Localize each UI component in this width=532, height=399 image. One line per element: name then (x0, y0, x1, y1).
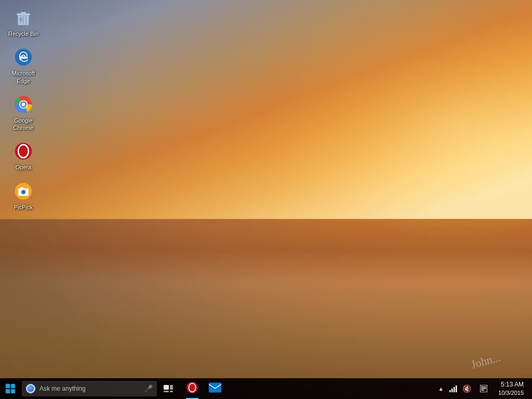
opera-label: Opera (16, 164, 32, 171)
svg-rect-34 (456, 385, 457, 392)
recycle-bin-label: Recycle Bin (8, 30, 38, 37)
volume-tray-icon[interactable]: 🔇 (460, 378, 473, 399)
svg-rect-31 (449, 390, 451, 392)
opera-icon[interactable]: Opera (3, 139, 44, 173)
svg-rect-23 (164, 385, 169, 390)
clock-date: 10/3/2015 (498, 389, 524, 396)
svg-rect-24 (170, 385, 173, 390)
task-view-button[interactable] (158, 378, 179, 399)
svg-rect-30 (209, 382, 221, 392)
search-bar[interactable]: Ask me anything 🎤 (22, 381, 157, 396)
recycle-bin-icon[interactable]: ♻ Recycle Bin (3, 5, 44, 39)
microphone-icon: 🎤 (144, 384, 153, 393)
svg-rect-37 (481, 388, 486, 389)
google-chrome-label: Google Chrome (5, 117, 42, 132)
desktop: ♻ Recycle Bin e Microsoft Edge (0, 0, 532, 399)
system-tray: ▲ 🔇 (436, 378, 532, 399)
search-placeholder: Ask me anything (39, 385, 142, 392)
taskbar-mail-icon (209, 382, 221, 395)
svg-text:♻: ♻ (19, 17, 23, 22)
taskbar-mail-button[interactable] (204, 378, 227, 399)
clock-time: 5:13 AM (501, 381, 524, 389)
svg-rect-33 (454, 387, 455, 392)
taskbar-opera-icon (186, 381, 198, 396)
show-hidden-icons-button[interactable]: ▲ (436, 378, 446, 399)
taskbar-opera-button[interactable] (181, 378, 204, 399)
cortana-icon (26, 384, 35, 393)
start-button[interactable] (0, 378, 21, 399)
svg-point-12 (21, 102, 25, 106)
task-view-icon (164, 385, 173, 392)
svg-line-5 (26, 16, 26, 23)
watermark: John... (470, 351, 502, 371)
chevron-up-icon: ▲ (438, 385, 444, 392)
desktop-icons: ♻ Recycle Bin e Microsoft Edge (0, 5, 47, 213)
svg-rect-25 (164, 391, 169, 392)
svg-rect-26 (170, 391, 173, 392)
svg-point-15 (21, 147, 26, 157)
microsoft-edge-label: Microsoft Edge (5, 70, 42, 85)
svg-rect-21 (21, 187, 23, 189)
svg-rect-38 (481, 390, 484, 391)
microsoft-edge-icon[interactable]: e Microsoft Edge (3, 45, 44, 87)
network-icon (449, 385, 457, 392)
svg-rect-22 (25, 189, 27, 191)
svg-rect-2 (21, 12, 26, 14)
picpick-icon[interactable]: PicPick (3, 179, 44, 213)
action-center-icon (480, 385, 487, 392)
taskbar: Ask me anything 🎤 (0, 378, 532, 399)
svg-point-29 (190, 384, 194, 391)
svg-text:e: e (19, 54, 23, 63)
clock[interactable]: 5:13 AM 10/3/2015 (494, 378, 528, 399)
picpick-label: PicPick (14, 204, 33, 211)
network-tray-icon[interactable] (447, 378, 459, 399)
action-center-button[interactable] (474, 378, 493, 399)
svg-rect-32 (451, 389, 453, 392)
google-chrome-icon[interactable]: Google Chrome (3, 92, 44, 134)
pinned-apps (181, 378, 227, 399)
windows-logo-icon (6, 384, 15, 393)
volume-mute-icon: 🔇 (462, 384, 471, 393)
svg-rect-36 (481, 387, 486, 388)
svg-point-20 (23, 191, 24, 193)
